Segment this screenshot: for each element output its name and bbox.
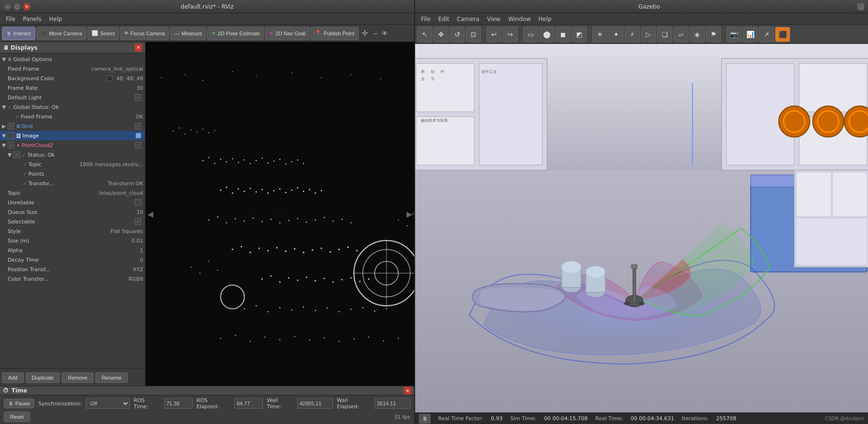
time-reset-btn[interactable]: Reset <box>4 412 30 422</box>
measure-btn[interactable]: — Measure <box>170 27 206 40</box>
gz-diamond-tool[interactable]: ▱ <box>673 27 689 42</box>
global-options-item[interactable]: ▼ ⚙ Global Options <box>0 54 145 64</box>
pointcloud2-item[interactable]: ▼ ✦ PointCloud2 <box>0 140 145 150</box>
pc2-topic-status-item[interactable]: ✓ Topic 1808 messages receiv... <box>0 159 145 169</box>
gz-chart-tool[interactable]: 📊 <box>743 27 758 42</box>
svg-point-29 <box>256 160 257 161</box>
toolbar-eye-icon[interactable]: 👁 <box>381 30 388 37</box>
pc2-size-item[interactable]: Size (m) 0.01 <box>0 236 145 245</box>
gz-snap-tool[interactable]: ⊡ <box>466 27 481 42</box>
default-light-item[interactable]: Default Light <box>0 93 145 102</box>
gazebo-menu-help[interactable]: Help <box>534 15 555 23</box>
rviz-close-btn[interactable]: ✕ <box>23 3 31 11</box>
fixed-frame-ok-item[interactable]: ✓ Fixed Frame OK <box>0 112 145 121</box>
gz-rotate-tool[interactable]: ↺ <box>450 27 465 42</box>
pointcloud2-check[interactable] <box>8 142 14 148</box>
image-item[interactable]: ▼ 🖼 Image <box>0 131 145 140</box>
gazebo-menu-window[interactable]: Window <box>504 15 534 23</box>
gazebo-resize-btn[interactable]: □ <box>858 3 864 10</box>
pc2-unreliable-check[interactable] <box>135 199 141 206</box>
pc2-postransform-item[interactable]: Position Transf... XYZ <box>0 265 145 274</box>
gz-box-tool[interactable]: ▭ <box>523 27 538 42</box>
gz-square-tool[interactable]: ❑ <box>657 27 672 42</box>
gz-light-tool[interactable]: ☀ <box>592 27 607 42</box>
toolbar-minus-icon[interactable]: − <box>373 30 378 37</box>
gz-mesh-tool[interactable]: ◩ <box>572 27 587 42</box>
viewport-collapse-right[interactable]: ▶ <box>405 208 414 221</box>
pc2-transform-status-item[interactable]: ✓ Transfor... Transform OK <box>0 179 145 188</box>
grid-check[interactable] <box>8 123 14 129</box>
focus-camera-btn[interactable]: ✛ Focus Camera <box>120 27 169 40</box>
gz-cylinder-tool[interactable]: ◼ <box>555 27 571 42</box>
gazebo-menu-camera[interactable]: Camera <box>453 15 483 23</box>
remove-display-btn[interactable]: Remove <box>62 372 94 383</box>
add-display-btn[interactable]: Add <box>2 372 24 383</box>
rviz-menu-help[interactable]: Help <box>45 15 66 23</box>
gz-arrow-tool[interactable]: ↖ <box>417 27 432 42</box>
iterations-label: Iterations: <box>682 415 709 422</box>
gazebo-menu-file[interactable]: File <box>417 15 434 23</box>
gz-target-tool[interactable]: ◈ <box>690 27 705 42</box>
fixed-frame-item[interactable]: Fixed Frame camera_link_optical <box>0 64 145 74</box>
frame-rate-item[interactable]: Frame Rate 30 <box>0 83 145 93</box>
gz-star-tool[interactable]: ✦ <box>608 27 624 42</box>
gz-orange-tool[interactable]: ⬛ <box>775 27 790 42</box>
gazebo-menu-edit[interactable]: Edit <box>434 15 453 23</box>
ros-elapsed-field[interactable] <box>234 398 263 409</box>
viewport-collapse-left[interactable]: ◀ <box>146 208 155 221</box>
svg-point-81 <box>303 252 304 253</box>
rename-display-btn[interactable]: Rename <box>95 372 128 383</box>
background-color-item[interactable]: Background Color 48; 48; 48 <box>0 74 145 83</box>
nav-goal-btn[interactable]: ✦ 2D Nav Goal <box>265 27 310 40</box>
wall-elapsed-field[interactable] <box>375 398 410 409</box>
select-btn[interactable]: ⬜ Select <box>87 27 119 40</box>
ros-time-field[interactable] <box>164 398 193 409</box>
gz-play-tool[interactable]: ▷ <box>641 27 656 42</box>
displays-close-btn[interactable]: ✕ <box>135 44 142 52</box>
gz-bolt-tool[interactable]: ⚡ <box>625 27 640 42</box>
interact-btn[interactable]: 🖱 Interact <box>2 27 35 40</box>
global-status-item[interactable]: ▼ ✓ Global Status: Ok <box>0 102 145 112</box>
grid-item[interactable]: ▶ ⊞ Grid <box>0 121 145 131</box>
pc2-colortransform-item[interactable]: Color Transfor... RGB8 <box>0 274 145 284</box>
pc2-status-check[interactable] <box>13 151 20 158</box>
pc2-style-item[interactable]: Style Flat Squares <box>0 226 145 236</box>
default-light-check[interactable] <box>135 94 141 101</box>
rviz-minimize-btn[interactable]: — <box>4 3 11 11</box>
svg-point-63 <box>271 219 272 220</box>
pc2-topic-item[interactable]: Topic /elas/point_cloud <box>0 188 145 198</box>
gz-sphere-tool[interactable]: ⬤ <box>539 27 554 42</box>
pc2-decay-item[interactable]: Decay Time 0 <box>0 255 145 265</box>
pc2-unreliable-item[interactable]: Unreliable <box>0 198 145 207</box>
pointcloud2-value-check[interactable] <box>135 142 141 148</box>
rviz-menu-file[interactable]: File <box>2 15 19 23</box>
time-close-btn[interactable]: ✕ <box>404 387 411 394</box>
pose-estimate-btn[interactable]: ✦ 2D Pose Estimate <box>207 27 264 40</box>
image-check[interactable] <box>8 132 14 139</box>
time-pause-btn[interactable]: ⏸ Pause <box>4 399 34 408</box>
rviz-menu-panels[interactable]: Panels <box>19 15 45 23</box>
pc2-selectable-item[interactable]: Selectable <box>0 217 145 226</box>
pc2-selectable-check[interactable] <box>135 218 141 225</box>
gz-camera-tool[interactable]: 📷 <box>726 27 742 42</box>
grid-value-check[interactable] <box>135 123 141 129</box>
pc2-points-status-item[interactable]: ✓ Points <box>0 169 145 179</box>
gz-redo-tool[interactable]: ↪ <box>502 27 518 42</box>
gz-undo-tool[interactable]: ↩ <box>486 27 502 42</box>
gazebo-pause-btn[interactable]: ⏸ <box>419 414 430 424</box>
sync-select[interactable]: Off Approximate Exact <box>86 398 130 409</box>
gz-arrow2-tool[interactable]: ↗ <box>759 27 774 42</box>
duplicate-display-btn[interactable]: Duplicate <box>26 372 60 383</box>
toolbar-add-icon[interactable]: ✛ <box>360 29 370 38</box>
rviz-maximize-btn[interactable]: □ <box>13 3 21 11</box>
wall-time-field[interactable] <box>297 398 333 409</box>
gz-move-tool[interactable]: ✥ <box>433 27 449 42</box>
pc2-alpha-item[interactable]: Alpha 1 <box>0 245 145 255</box>
pc2-status-item[interactable]: ▼ ✓ Status: Ok <box>0 150 145 159</box>
gazebo-menu-view[interactable]: View <box>483 15 504 23</box>
publish-point-btn[interactable]: 📍 Publish Point <box>311 27 358 40</box>
move-camera-btn[interactable]: 🎥 Move Camera <box>36 27 86 40</box>
time-controls-row: ⏸ Pause Synchronization: Off Approximate… <box>0 395 414 412</box>
gz-flag-tool[interactable]: ⚑ <box>706 27 721 42</box>
pc2-queuesize-item[interactable]: Queue Size 10 <box>0 207 145 217</box>
